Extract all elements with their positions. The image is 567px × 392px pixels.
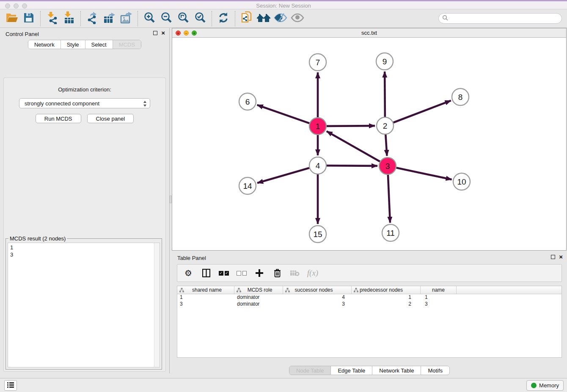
- export-image-button[interactable]: [118, 11, 135, 27]
- graph-node-3[interactable]: 3: [379, 157, 396, 174]
- tab-node-table[interactable]: Node Table: [289, 366, 331, 375]
- optimization-criterion-select[interactable]: strongly connected component: [19, 98, 150, 108]
- svg-text:4: 4: [316, 161, 320, 170]
- dropdown-selected-value: strongly connected component: [25, 100, 99, 107]
- zoom-selected-button[interactable]: [192, 11, 209, 27]
- graph-node-2[interactable]: 2: [377, 117, 394, 134]
- svg-text:1: 1: [316, 122, 320, 131]
- graph-node-15[interactable]: 15: [309, 226, 326, 243]
- search-field[interactable]: [438, 13, 562, 24]
- graph-node-4[interactable]: 4: [309, 157, 326, 174]
- tab-select[interactable]: Select: [85, 40, 113, 49]
- run-mcds-button[interactable]: Run MCDS: [36, 114, 81, 123]
- graph-edge-1-2[interactable]: [327, 126, 375, 126]
- toolbar-separator: [235, 11, 235, 26]
- svg-text:10: 10: [457, 177, 466, 186]
- graph-edge-1-6[interactable]: [257, 105, 310, 123]
- node-table[interactable]: shared name MCDS role successor nodes pr…: [177, 286, 562, 358]
- graph-edge-4-3[interactable]: [327, 166, 377, 166]
- first-neighbors-button[interactable]: [255, 11, 272, 27]
- graph-node-14[interactable]: 14: [239, 177, 256, 194]
- graph-edge-2-9[interactable]: [385, 72, 385, 117]
- graph-edge-4-14[interactable]: [257, 168, 309, 183]
- float-table-panel-icon[interactable]: [551, 255, 555, 259]
- import-network-button[interactable]: [44, 11, 61, 27]
- table-row[interactable]: 1 dominator 4 1 1: [177, 294, 561, 301]
- network-from-selection-button[interactable]: [238, 11, 255, 27]
- import-table-button[interactable]: [61, 11, 77, 27]
- tree-icon: [237, 288, 241, 294]
- zoom-fit-button[interactable]: [175, 11, 192, 27]
- table-settings-gear-icon[interactable]: ⚙: [183, 268, 193, 278]
- deselect-all-icon[interactable]: [237, 268, 247, 278]
- close-table-panel-icon[interactable]: ×: [559, 255, 563, 259]
- table-toolbar: ⚙ ✓ ✓ f(x): [177, 264, 562, 282]
- table-panel-tabs: Node Table Edge Table Network Table Moti…: [289, 366, 450, 375]
- graph-edge-2-3[interactable]: [385, 135, 387, 156]
- network-graph[interactable]: 7968124314101511: [172, 38, 566, 250]
- open-folder-icon: [6, 12, 18, 25]
- column-header-name[interactable]: name: [421, 286, 457, 294]
- graph-node-7[interactable]: 7: [309, 54, 326, 71]
- column-header-shared-name[interactable]: shared name: [177, 286, 234, 294]
- column-header-mcds-role[interactable]: MCDS role: [234, 286, 283, 294]
- graph-node-8[interactable]: 8: [452, 88, 469, 105]
- graph-node-6[interactable]: 6: [239, 93, 256, 110]
- graph-edge-3-10[interactable]: [396, 168, 452, 179]
- graph-node-9[interactable]: 9: [376, 53, 393, 70]
- tab-motifs[interactable]: Motifs: [421, 366, 449, 375]
- add-column-icon[interactable]: [254, 268, 264, 278]
- hide-selected-button[interactable]: [272, 11, 289, 27]
- import-network-icon: [46, 11, 58, 25]
- save-session-button[interactable]: [20, 11, 37, 27]
- show-all-button[interactable]: [289, 11, 306, 27]
- table-header-row: shared name MCDS role successor nodes pr…: [177, 286, 561, 294]
- float-panel-icon[interactable]: [153, 31, 157, 35]
- tab-network[interactable]: Network: [28, 40, 61, 49]
- optimization-criterion-label: Optimization criterion:: [4, 86, 165, 93]
- zoom-fit-icon: [177, 11, 190, 25]
- close-panel-icon[interactable]: ×: [161, 31, 165, 35]
- task-history-button[interactable]: [4, 380, 17, 391]
- open-session-button[interactable]: [3, 11, 20, 27]
- tab-edge-table[interactable]: Edge Table: [330, 366, 372, 375]
- mcds-result-textarea[interactable]: 1 3: [8, 243, 160, 367]
- graph-edge-2-8[interactable]: [394, 101, 451, 123]
- refresh-icon: [217, 12, 229, 25]
- svg-text:2: 2: [383, 121, 388, 130]
- graph-edge-3-1[interactable]: [327, 131, 380, 162]
- graph-node-10[interactable]: 10: [453, 173, 470, 190]
- tab-network-table[interactable]: Network Table: [372, 366, 421, 375]
- search-input[interactable]: [448, 15, 558, 22]
- graph-node-1[interactable]: 1: [309, 118, 326, 135]
- network-canvas[interactable]: 7968124314101511: [172, 38, 566, 250]
- toolbar-separator: [138, 11, 138, 26]
- column-header-successor-nodes[interactable]: successor nodes: [283, 286, 352, 294]
- result-scrollbar[interactable]: [154, 243, 160, 367]
- graph-edge-3-11[interactable]: [388, 175, 390, 223]
- svg-text:9: 9: [383, 57, 387, 66]
- export-table-button[interactable]: [101, 11, 118, 27]
- memory-button[interactable]: Memory: [526, 380, 564, 391]
- graph-node-11[interactable]: 11: [382, 224, 399, 241]
- zoom-in-button[interactable]: [141, 11, 158, 27]
- tab-mcds[interactable]: MCDS: [113, 40, 141, 49]
- delete-column-trash-icon[interactable]: [272, 268, 282, 278]
- control-panel: Control Panel × Network Style Select MCD…: [0, 28, 170, 373]
- export-image-icon: [120, 11, 132, 25]
- export-network-button[interactable]: [84, 11, 101, 27]
- tab-style[interactable]: Style: [61, 40, 85, 49]
- zoom-in-icon: [143, 11, 156, 25]
- import-table-icon: [63, 11, 75, 25]
- select-all-icon[interactable]: ✓ ✓: [219, 268, 229, 278]
- zoom-out-button[interactable]: [158, 11, 175, 27]
- column-header-predecessor-nodes[interactable]: predecessor nodes: [352, 286, 421, 294]
- network-from-selection-icon: [240, 11, 253, 25]
- svg-text:11: 11: [386, 229, 395, 237]
- toolbar-separator: [80, 11, 81, 26]
- mcds-panel: Optimization criterion: strongly connect…: [3, 77, 166, 372]
- column-selector-icon[interactable]: [201, 268, 211, 278]
- table-row[interactable]: 3 dominator 3 2 3: [177, 301, 561, 308]
- close-panel-button[interactable]: Close panel: [87, 114, 134, 123]
- refresh-button[interactable]: [215, 11, 232, 27]
